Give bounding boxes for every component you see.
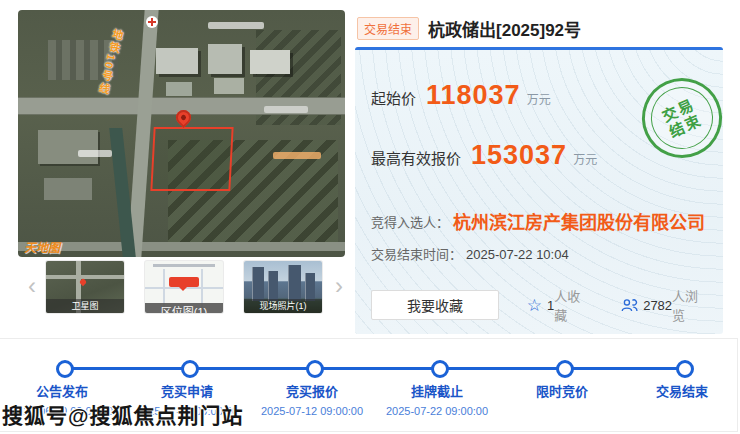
thumb-building xyxy=(288,265,301,301)
thumb-building xyxy=(268,271,278,301)
map-building xyxy=(208,44,242,74)
timeline-step-date: 2025-07-12 09:00:00 xyxy=(247,405,377,417)
map-text-label xyxy=(264,106,308,113)
satellite-map[interactable]: 地铁10号线 天地图 xyxy=(18,10,345,257)
highest-bid-row: 最高有效报价 153037 万元 xyxy=(371,140,597,171)
map-text-label xyxy=(208,22,264,29)
deal-closed-stamp-inner: 交易 结束 xyxy=(641,77,723,159)
timeline-node-limited-bidding xyxy=(556,360,574,378)
highest-bid-value: 153037 xyxy=(471,140,567,171)
favorites-count: 1 xyxy=(547,298,554,313)
map-road-horizontal-2 xyxy=(18,242,345,251)
page-title: 杭政储出[2025]92号 xyxy=(428,16,581,41)
status-badge: 交易结束 xyxy=(357,17,419,40)
timeline-step-label: 竞买申请 xyxy=(122,381,252,400)
timeline-node-deadline xyxy=(431,360,449,378)
thumbnail-satellite[interactable]: 卫星图 xyxy=(46,261,124,313)
timeline-node-apply xyxy=(181,360,199,378)
hospital-cross-icon xyxy=(146,16,158,28)
header: 交易结束 杭政储出[2025]92号 xyxy=(357,16,581,40)
deal-closed-stamp: 交易 结束 xyxy=(629,65,735,171)
map-text-label xyxy=(273,152,321,159)
start-price-label: 起始价 xyxy=(371,87,416,108)
land-parcel-outline xyxy=(150,127,233,191)
map-building xyxy=(250,50,290,74)
timeline-node-announcement xyxy=(56,360,74,378)
thumb-building xyxy=(305,273,315,301)
timeline-step: 竞买报价 2025-07-12 09:00:00 xyxy=(247,381,377,417)
timeline-step-label: 竞买报价 xyxy=(247,381,377,400)
end-time-label: 交易结束时间： xyxy=(371,247,462,262)
gallery-next-icon[interactable]: › xyxy=(335,274,343,298)
timeline-step-label: 限时竞价 xyxy=(497,381,627,400)
viewers-icon xyxy=(621,298,638,312)
timeline-step: 限时竞价 xyxy=(497,381,627,405)
timeline-step-label: 挂牌截止 xyxy=(372,381,502,400)
views-suffix: 人浏览 xyxy=(672,286,711,324)
map-building xyxy=(214,78,244,94)
actions-row: 我要收藏 ☆ 1 人收藏 2782 人浏览 xyxy=(371,286,711,324)
thumb-parcel-marker xyxy=(169,277,199,287)
winner-row: 竞得入选人： 杭州滨江房产集团股份有限公司 xyxy=(371,208,705,234)
thumb-road xyxy=(46,275,124,279)
map-provider-logo: 天地图 xyxy=(24,238,60,255)
start-price-row: 起始价 118037 万元 xyxy=(371,80,551,111)
thumb-building xyxy=(252,267,264,301)
thumbnail-label-selected: 区位图(1) xyxy=(145,303,223,313)
timeline-step-date: 2025-07-22 09:00:00 xyxy=(372,405,502,417)
timeline-step: 挂牌截止 2025-07-22 09:00:00 xyxy=(372,381,502,417)
thumbnail-location-map[interactable]: 区位图(1) xyxy=(145,261,223,313)
map-text-label xyxy=(78,150,112,157)
start-price-value: 118037 xyxy=(426,80,521,111)
gallery-prev-icon[interactable]: ‹ xyxy=(28,274,36,298)
favorites-stat[interactable]: ☆ 1 人收藏 xyxy=(527,286,593,324)
map-building xyxy=(166,82,192,96)
end-time-row: 交易结束时间：2025-07-22 10:04 xyxy=(371,244,569,263)
thumbnail-site-photo[interactable]: 现场照片(1) xyxy=(244,261,322,313)
timeline-node-bid xyxy=(306,360,324,378)
star-icon[interactable]: ☆ xyxy=(527,297,542,314)
favorite-button[interactable]: 我要收藏 xyxy=(371,290,499,320)
winner-name: 杭州滨江房产集团股份有限公司 xyxy=(453,208,705,234)
media-gallery: ‹ › 卫星图 区位图(1) 现场照片(1) xyxy=(18,260,345,324)
highest-bid-unit: 万元 xyxy=(573,150,597,167)
timeline-step: 交易结束 xyxy=(617,381,740,405)
winner-label: 竞得入选人： xyxy=(371,212,449,231)
thumbnail-label: 现场照片(1) xyxy=(244,299,322,313)
thumbnail-label: 卫星图 xyxy=(46,299,124,313)
timeline-step-label: 交易结束 xyxy=(617,381,740,400)
favorites-suffix: 人收藏 xyxy=(554,286,593,324)
timeline-step-label: 公告发布 xyxy=(0,381,127,400)
map-building xyxy=(38,130,98,164)
map-building xyxy=(44,178,92,200)
land-auction-detail-page: 地铁10号线 天地图 ‹ › 卫星图 区位图(1) 现场照片(1) xyxy=(0,0,740,434)
map-building xyxy=(156,48,198,74)
timeline-connector xyxy=(62,367,682,370)
start-price-unit: 万元 xyxy=(527,90,551,107)
end-time-value: 2025-07-22 10:04 xyxy=(466,247,569,262)
sohu-watermark: 搜狐号@搜狐焦点荆门站 xyxy=(2,399,243,429)
views-count: 2782 xyxy=(643,298,672,313)
highest-bid-label: 最高有效报价 xyxy=(371,147,461,168)
views-stat: 2782 人浏览 xyxy=(621,286,711,324)
timeline-node-closed xyxy=(676,360,694,378)
thumb-caption-bar xyxy=(153,264,215,267)
transaction-info-card: 起始价 118037 万元 最高有效报价 153037 万元 交易 结束 竞得入… xyxy=(355,47,723,334)
